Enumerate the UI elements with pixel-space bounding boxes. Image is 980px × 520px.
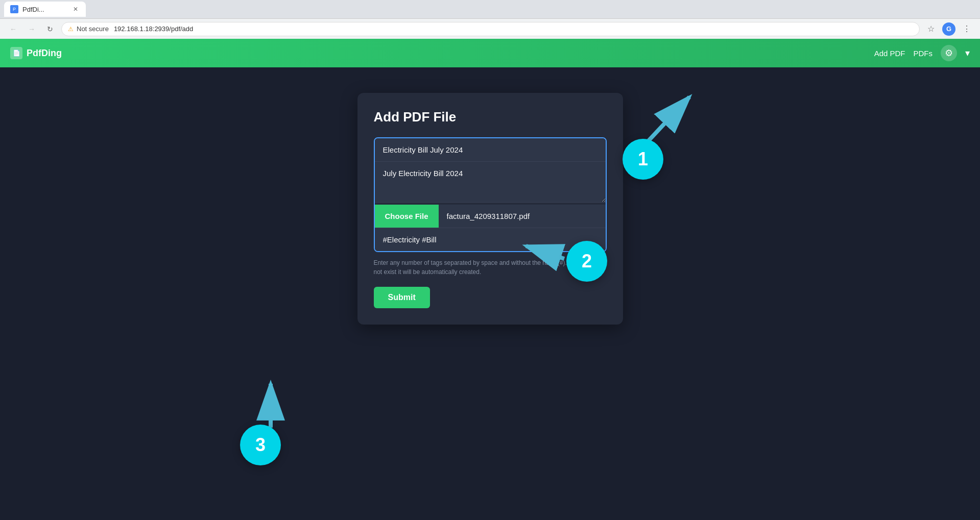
tags-input[interactable] bbox=[375, 228, 606, 251]
address-text: 192.168.1.18:2939/pdf/add bbox=[114, 25, 193, 33]
logo-icon: 📄 bbox=[10, 47, 22, 59]
settings-button[interactable]: ⚙ bbox=[941, 45, 957, 61]
submit-button[interactable]: Submit bbox=[374, 287, 430, 308]
tab-title: PdfDi... bbox=[22, 6, 44, 13]
bookmark-button[interactable]: ☆ bbox=[924, 22, 938, 36]
form-fields: July Electricity Bill 2024 Choose File f… bbox=[374, 137, 607, 252]
main-content: Add PDF File July Electricity Bill 2024 … bbox=[0, 67, 980, 520]
back-button[interactable]: ← bbox=[6, 22, 20, 36]
form-title: Add PDF File bbox=[374, 109, 607, 125]
logo-text: PdfDing bbox=[27, 48, 62, 59]
pdfs-link[interactable]: PDFs bbox=[914, 49, 933, 58]
app-logo: 📄 PdfDing bbox=[10, 47, 62, 59]
app-navbar: 📄 PdfDing Add PDF PDFs ⚙ ▾ bbox=[0, 39, 980, 67]
tab-favicon: P bbox=[10, 5, 18, 13]
file-input-row: Choose File factura_4209311807.pdf bbox=[375, 205, 606, 228]
security-label: Not secure bbox=[77, 25, 109, 33]
annotation-circle-3: 3 bbox=[240, 425, 281, 465]
dropdown-icon: ▾ bbox=[965, 48, 970, 58]
toolbar-actions: ☆ G ⋮ bbox=[924, 22, 974, 36]
svg-line-3 bbox=[638, 97, 689, 152]
file-name-display: factura_4209311807.pdf bbox=[439, 205, 538, 228]
forward-button[interactable]: → bbox=[25, 22, 39, 36]
browser-toolbar: ← → ↻ ⚠ Not secure 192.168.1.18:2939/pdf… bbox=[0, 18, 980, 39]
settings-icon: ⚙ bbox=[945, 47, 953, 59]
pdf-description-textarea[interactable]: July Electricity Bill 2024 bbox=[375, 162, 606, 203]
reload-button[interactable]: ↻ bbox=[43, 22, 57, 36]
title-bar: P PdfDi... ✕ bbox=[0, 0, 980, 18]
add-pdf-link[interactable]: Add PDF bbox=[874, 49, 905, 58]
tags-hint: Enter any number of tags separated by sp… bbox=[374, 258, 607, 277]
address-bar[interactable]: ⚠ Not secure 192.168.1.18:2939/pdf/add bbox=[61, 22, 920, 36]
browser-chrome: P PdfDi... ✕ ← → ↻ ⚠ Not secure 192.168.… bbox=[0, 0, 980, 39]
pdf-name-input[interactable] bbox=[375, 138, 606, 162]
navbar-links: Add PDF PDFs ⚙ ▾ bbox=[874, 45, 970, 61]
browser-tab[interactable]: P PdfDi... ✕ bbox=[4, 2, 86, 17]
choose-file-button[interactable]: Choose File bbox=[375, 205, 439, 228]
annotation-circle-1: 1 bbox=[623, 139, 663, 180]
security-icon: ⚠ bbox=[68, 26, 74, 33]
dropdown-button[interactable]: ▾ bbox=[965, 47, 970, 59]
profile-avatar[interactable]: G bbox=[942, 22, 955, 36]
menu-button[interactable]: ⋮ bbox=[960, 22, 974, 36]
form-card: Add PDF File July Electricity Bill 2024 … bbox=[357, 93, 623, 325]
tab-close-button[interactable]: ✕ bbox=[71, 5, 80, 13]
